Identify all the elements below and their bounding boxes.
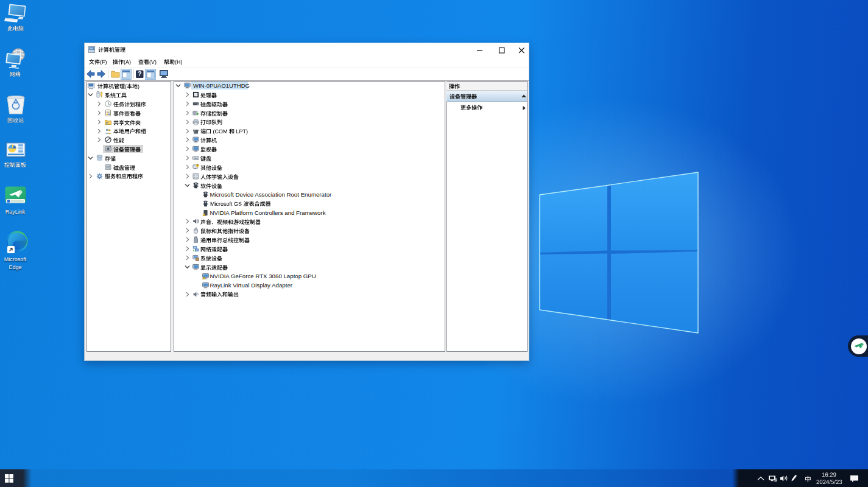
- svg-text:?: ?: [196, 164, 198, 167]
- svg-text:?: ?: [138, 70, 141, 77]
